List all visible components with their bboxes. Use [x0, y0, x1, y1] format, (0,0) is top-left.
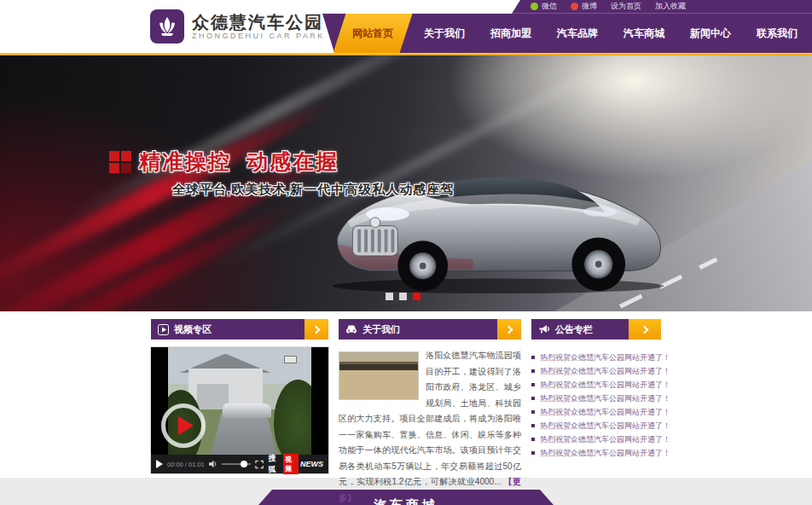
bullet-square-icon — [531, 369, 535, 373]
play-button[interactable] — [156, 460, 163, 468]
slider-dot-1[interactable] — [386, 293, 393, 300]
bullet-square-icon — [531, 356, 535, 359]
fullscreen-icon[interactable] — [255, 460, 264, 469]
main-nav: 网站首页 关于我们 招商加盟 汽车品牌 汽车商城 新闻中心 联系我们 — [322, 14, 812, 53]
set-home-link[interactable]: 设为首页 — [611, 1, 641, 12]
bullet-square-icon — [531, 438, 535, 441]
content-columns: 视频专区 00:00 / 01:01 — [151, 319, 661, 505]
news-label: NEWS — [300, 460, 323, 468]
wechat-link[interactable]: 微信 — [531, 1, 557, 12]
volume-slider[interactable] — [222, 463, 251, 465]
wechat-icon — [531, 3, 538, 10]
about-section-header: 关于我们 — [339, 319, 521, 340]
slider-dot-2[interactable] — [399, 293, 407, 300]
nav-item-join[interactable]: 招商加盟 — [478, 14, 544, 53]
play-triangle-icon — [178, 416, 194, 435]
weibo-icon — [571, 3, 578, 10]
notice-item[interactable]: 热烈祝贺众德慧汽车公园网站开通了！ — [531, 392, 661, 405]
weibo-link[interactable]: 微博 — [571, 1, 597, 12]
about-more-button[interactable] — [497, 319, 521, 340]
notice-item[interactable]: 热烈祝贺众德慧汽车公园网站开通了！ — [531, 419, 661, 432]
about-section: 关于我们 洛阳众德慧汽车物流园项目的开工，建设得到了洛阳市政府、洛龙区、城乡规划… — [339, 319, 521, 505]
notice-section-header: 公告专栏 — [531, 319, 661, 340]
nav-item-mall[interactable]: 汽车商城 — [611, 14, 677, 53]
notice-section-title: 公告专栏 — [555, 323, 593, 336]
wechat-label: 微信 — [542, 1, 557, 12]
about-photo — [339, 351, 419, 400]
notice-item[interactable]: 热烈祝贺众德慧汽车公园网站开通了！ — [531, 405, 661, 419]
video-icon — [158, 324, 169, 335]
grid-squares-icon — [109, 151, 131, 173]
sohu-video-badge: 视频 — [283, 454, 299, 474]
thumb-car — [223, 403, 271, 419]
logo-subtitle: ZHONGDEHUI CAR PARK — [192, 32, 325, 40]
notice-item[interactable]: 热烈祝贺众德慧汽车公园网站开通了！ — [531, 351, 661, 364]
chevron-right-icon — [504, 325, 513, 334]
about-section-title: 关于我们 — [362, 323, 400, 336]
logo-title: 众德慧汽车公园 — [192, 13, 325, 32]
video-time: 00:00 / 01:01 — [167, 461, 205, 468]
bullet-square-icon — [531, 410, 535, 414]
chevron-right-icon — [640, 325, 648, 334]
thumb-street-sign — [284, 356, 297, 363]
video-section-title: 视频专区 — [174, 323, 212, 336]
bullet-square-icon — [531, 424, 535, 427]
about-text-block: 洛阳众德慧汽车物流园项目的开工，建设得到了洛阳市政府、洛龙区、城乡规划局、土地局… — [339, 348, 521, 505]
nav-item-about[interactable]: 关于我们 — [411, 14, 478, 53]
notice-more-button[interactable] — [629, 319, 661, 340]
chevron-right-icon — [311, 325, 320, 334]
header-gold-divider — [0, 53, 812, 55]
video-more-button[interactable] — [304, 319, 328, 340]
thumb-bush-right — [274, 380, 311, 455]
slider-dot-3-active[interactable] — [413, 293, 420, 300]
sohu-brand: 搜狐 视频 NEWS — [269, 453, 323, 475]
nav-item-home[interactable]: 网站首页 — [334, 14, 413, 53]
nav-item-brands[interactable]: 汽车品牌 — [544, 14, 611, 53]
car-icon — [345, 324, 357, 334]
video-section-header: 视频专区 — [151, 319, 328, 340]
video-section: 视频专区 00:00 / 01:01 — [151, 319, 328, 505]
volume-icon[interactable] — [209, 460, 218, 468]
sohu-label: 搜狐 — [269, 453, 281, 475]
weibo-label: 微博 — [582, 1, 597, 12]
logo-lotus-icon — [150, 9, 184, 44]
video-controls: 00:00 / 01:01 搜狐 视频 NEWS — [151, 455, 328, 473]
notice-item[interactable]: 热烈祝贺众德慧汽车公园网站开通了！ — [531, 446, 661, 460]
notice-item[interactable]: 热烈祝贺众德慧汽车公园网站开通了！ — [531, 378, 661, 392]
video-player[interactable]: 00:00 / 01:01 搜狐 视频 NEWS — [151, 347, 328, 473]
nav-item-contact[interactable]: 联系我们 — [744, 14, 810, 53]
banner-caption: 精准操控 动感在握 全球平台,欧美技术,新一代中高级私人动感座驾 — [109, 148, 454, 198]
add-favorite-link[interactable]: 加入收藏 — [655, 1, 686, 12]
bullet-square-icon — [531, 451, 535, 455]
big-play-button[interactable] — [161, 403, 206, 448]
site-header: 微信 微博 设为首页 加入收藏 众德慧汽车公园 ZHONGDEHUI CAR P… — [0, 0, 812, 53]
slider-dots — [386, 293, 420, 300]
logo[interactable]: 众德慧汽车公园 ZHONGDEHUI CAR PARK — [150, 9, 325, 44]
bullet-square-icon — [531, 397, 535, 400]
bullet-square-icon — [531, 383, 535, 386]
topbar: 微信 微博 设为首页 加入收藏 — [512, 0, 812, 14]
nav-item-news[interactable]: 新闻中心 — [677, 14, 744, 53]
megaphone-icon — [538, 324, 550, 334]
banner-subheadline: 全球平台,欧美技术,新一代中高级私人动感座驾 — [172, 182, 454, 198]
slider-handle[interactable] — [241, 461, 247, 467]
hero-banner: 精准操控 动感在握 全球平台,欧美技术,新一代中高级私人动感座驾 — [0, 55, 812, 311]
notice-section: 公告专栏 热烈祝贺众德慧汽车公园网站开通了！ 热烈祝贺众德慧汽车公园网站开通了！… — [531, 319, 661, 505]
notice-list: 热烈祝贺众德慧汽车公园网站开通了！ 热烈祝贺众德慧汽车公园网站开通了！ 热烈祝贺… — [531, 351, 661, 460]
notice-item[interactable]: 热烈祝贺众德慧汽车公园网站开通了！ — [531, 432, 661, 446]
banner-headline: 精准操控 动感在握 — [139, 148, 339, 176]
notice-item[interactable]: 热烈祝贺众德慧汽车公园网站开通了！ — [531, 364, 661, 378]
